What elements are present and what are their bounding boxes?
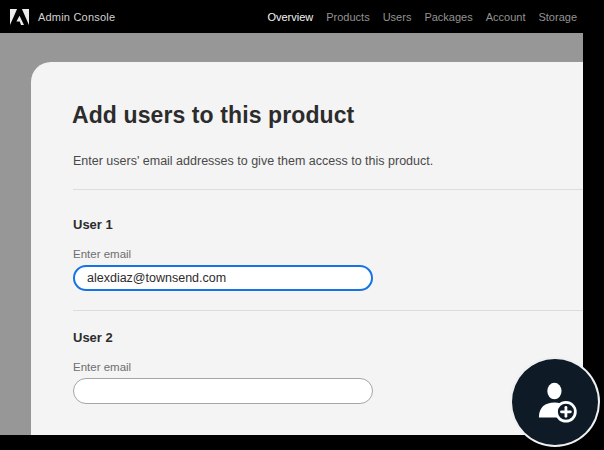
nav-item-account[interactable]: Account — [486, 11, 526, 23]
user-2-section-label: User 2 — [73, 330, 113, 345]
top-bar: Admin Console Overview Products Users Pa… — [0, 0, 604, 33]
user-2-email-label: Enter email — [73, 361, 131, 373]
user-1-email-input[interactable] — [73, 265, 373, 291]
nav-item-users[interactable]: Users — [383, 11, 412, 23]
user-1-email-label: Enter email — [73, 248, 131, 260]
page-title: Add users to this product — [72, 102, 354, 129]
app-title: Admin Console — [38, 11, 115, 23]
add-user-icon — [532, 379, 578, 425]
top-nav: Overview Products Users Packages Account… — [267, 0, 577, 33]
page-subtitle: Enter users' email addresses to give the… — [73, 154, 433, 168]
admin-console-window: Admin Console Overview Products Users Pa… — [0, 0, 604, 450]
divider — [73, 189, 583, 190]
brand: Admin Console — [0, 9, 115, 25]
divider — [73, 310, 583, 311]
add-users-card: Add users to this product Enter users' e… — [31, 62, 583, 435]
nav-item-products[interactable]: Products — [326, 11, 369, 23]
nav-item-overview[interactable]: Overview — [267, 11, 313, 23]
user-1-section-label: User 1 — [73, 217, 113, 232]
add-user-button[interactable] — [510, 357, 600, 447]
nav-item-packages[interactable]: Packages — [424, 11, 472, 23]
nav-item-storage[interactable]: Storage — [538, 11, 577, 23]
adobe-logo-icon — [10, 9, 29, 25]
user-2-email-input[interactable] — [73, 378, 373, 404]
